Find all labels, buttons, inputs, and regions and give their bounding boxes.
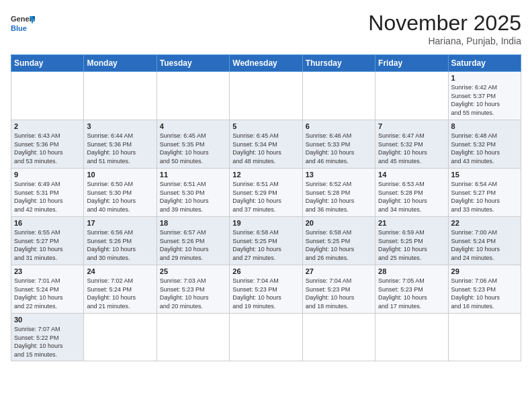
day-info: Sunrise: 6:57 AM Sunset: 5:26 PM Dayligh… [160, 228, 226, 262]
day-header-tuesday: Tuesday [157, 55, 229, 72]
calendar-cell: 16Sunrise: 6:55 AM Sunset: 5:27 PM Dayli… [11, 217, 84, 265]
day-number: 24 [87, 267, 153, 275]
day-info: Sunrise: 6:51 AM Sunset: 5:29 PM Dayligh… [232, 180, 299, 214]
day-number: 10 [87, 171, 153, 179]
calendar-cell [157, 72, 229, 120]
day-number: 12 [232, 171, 299, 179]
day-number: 27 [306, 267, 372, 275]
calendar-cell: 29Sunrise: 7:06 AM Sunset: 5:23 PM Dayli… [448, 265, 521, 314]
day-info: Sunrise: 7:06 AM Sunset: 5:23 PM Dayligh… [451, 277, 518, 310]
day-header-thursday: Thursday [302, 55, 375, 72]
day-info: Sunrise: 6:45 AM Sunset: 5:34 PM Dayligh… [232, 132, 299, 165]
calendar-cell [302, 72, 375, 120]
day-info: Sunrise: 6:44 AM Sunset: 5:36 PM Dayligh… [87, 132, 153, 165]
day-info: Sunrise: 6:48 AM Sunset: 5:32 PM Dayligh… [451, 132, 518, 165]
logo: General Blue [11, 11, 35, 35]
day-info: Sunrise: 6:53 AM Sunset: 5:28 PM Dayligh… [378, 180, 445, 214]
calendar-cell: 1Sunrise: 6:42 AM Sunset: 5:37 PM Daylig… [448, 72, 521, 120]
calendar-cell: 20Sunrise: 6:58 AM Sunset: 5:25 PM Dayli… [302, 217, 375, 265]
calendar-cell: 28Sunrise: 7:05 AM Sunset: 5:23 PM Dayli… [375, 265, 448, 314]
logo-icon: General Blue [11, 11, 35, 35]
day-number: 8 [451, 122, 518, 130]
day-header-friday: Friday [375, 55, 448, 72]
day-info: Sunrise: 6:47 AM Sunset: 5:32 PM Dayligh… [378, 132, 445, 165]
day-number: 1 [451, 74, 518, 82]
day-number: 5 [232, 122, 299, 130]
calendar-cell: 15Sunrise: 6:54 AM Sunset: 5:27 PM Dayli… [448, 169, 521, 217]
calendar-cell: 8Sunrise: 6:48 AM Sunset: 5:32 PM Daylig… [448, 120, 521, 169]
calendar-cell: 4Sunrise: 6:45 AM Sunset: 5:35 PM Daylig… [157, 120, 229, 169]
day-header-sunday: Sunday [11, 55, 84, 72]
day-number: 26 [232, 267, 299, 275]
calendar-cell: 18Sunrise: 6:57 AM Sunset: 5:26 PM Dayli… [157, 217, 229, 265]
day-number: 28 [378, 267, 445, 275]
day-info: Sunrise: 6:50 AM Sunset: 5:30 PM Dayligh… [87, 180, 153, 214]
day-info: Sunrise: 6:55 AM Sunset: 5:27 PM Dayligh… [14, 228, 81, 262]
day-info: Sunrise: 6:43 AM Sunset: 5:36 PM Dayligh… [14, 132, 81, 165]
calendar-cell: 23Sunrise: 7:01 AM Sunset: 5:24 PM Dayli… [11, 265, 84, 314]
day-number: 19 [232, 219, 299, 227]
calendar-cell: 26Sunrise: 7:04 AM Sunset: 5:23 PM Dayli… [230, 265, 302, 314]
day-number: 22 [451, 219, 518, 227]
calendar-cell: 30Sunrise: 7:07 AM Sunset: 5:22 PM Dayli… [11, 314, 84, 361]
day-info: Sunrise: 6:58 AM Sunset: 5:25 PM Dayligh… [232, 228, 299, 262]
day-info: Sunrise: 7:05 AM Sunset: 5:23 PM Dayligh… [378, 277, 445, 310]
calendar-cell: 13Sunrise: 6:52 AM Sunset: 5:28 PM Dayli… [302, 169, 375, 217]
day-number: 29 [451, 267, 518, 275]
day-number: 3 [87, 122, 153, 130]
day-header-wednesday: Wednesday [230, 55, 302, 72]
day-info: Sunrise: 7:03 AM Sunset: 5:23 PM Dayligh… [160, 277, 226, 310]
calendar-cell [230, 72, 302, 120]
calendar-cell: 10Sunrise: 6:50 AM Sunset: 5:30 PM Dayli… [84, 169, 157, 217]
day-header-monday: Monday [84, 55, 157, 72]
day-number: 18 [160, 219, 226, 227]
page-header: General Blue November 2025 Hariana, Punj… [11, 11, 521, 46]
day-number: 21 [378, 219, 445, 227]
day-number: 4 [160, 122, 226, 130]
day-number: 11 [160, 171, 226, 179]
location: Hariana, Punjab, India [368, 36, 521, 46]
calendar-table: SundayMondayTuesdayWednesdayThursdayFrid… [11, 54, 521, 361]
title-block: November 2025 Hariana, Punjab, India [368, 11, 521, 46]
calendar-cell: 27Sunrise: 7:04 AM Sunset: 5:23 PM Dayli… [302, 265, 375, 314]
calendar-cell: 22Sunrise: 7:00 AM Sunset: 5:24 PM Dayli… [448, 217, 521, 265]
day-number: 15 [451, 171, 518, 179]
calendar-cell: 19Sunrise: 6:58 AM Sunset: 5:25 PM Dayli… [230, 217, 302, 265]
day-number: 16 [14, 219, 81, 227]
day-number: 17 [87, 219, 153, 227]
day-info: Sunrise: 7:00 AM Sunset: 5:24 PM Dayligh… [451, 228, 518, 262]
calendar-cell [302, 314, 375, 361]
calendar-cell: 9Sunrise: 6:49 AM Sunset: 5:31 PM Daylig… [11, 169, 84, 217]
day-info: Sunrise: 6:45 AM Sunset: 5:35 PM Dayligh… [160, 132, 226, 165]
calendar-cell: 6Sunrise: 6:46 AM Sunset: 5:33 PM Daylig… [302, 120, 375, 169]
calendar-cell: 25Sunrise: 7:03 AM Sunset: 5:23 PM Dayli… [157, 265, 229, 314]
month-title: November 2025 [368, 11, 521, 36]
day-info: Sunrise: 7:01 AM Sunset: 5:24 PM Dayligh… [14, 277, 81, 310]
day-info: Sunrise: 6:59 AM Sunset: 5:25 PM Dayligh… [378, 228, 445, 262]
calendar-cell: 11Sunrise: 6:51 AM Sunset: 5:30 PM Dayli… [157, 169, 229, 217]
day-info: Sunrise: 6:42 AM Sunset: 5:37 PM Dayligh… [451, 83, 518, 117]
day-number: 2 [14, 122, 81, 130]
day-header-saturday: Saturday [448, 55, 521, 72]
days-header-row: SundayMondayTuesdayWednesdayThursdayFrid… [11, 55, 521, 72]
day-info: Sunrise: 6:49 AM Sunset: 5:31 PM Dayligh… [14, 180, 81, 214]
day-info: Sunrise: 7:04 AM Sunset: 5:23 PM Dayligh… [306, 277, 372, 310]
day-number: 14 [378, 171, 445, 179]
calendar-cell [11, 72, 84, 120]
calendar-cell: 2Sunrise: 6:43 AM Sunset: 5:36 PM Daylig… [11, 120, 84, 169]
calendar-cell: 24Sunrise: 7:02 AM Sunset: 5:24 PM Dayli… [84, 265, 157, 314]
calendar-cell [84, 314, 157, 361]
day-number: 25 [160, 267, 226, 275]
day-number: 13 [306, 171, 372, 179]
calendar-cell: 21Sunrise: 6:59 AM Sunset: 5:25 PM Dayli… [375, 217, 448, 265]
day-info: Sunrise: 7:02 AM Sunset: 5:24 PM Dayligh… [87, 277, 153, 310]
day-number: 7 [378, 122, 445, 130]
day-info: Sunrise: 6:58 AM Sunset: 5:25 PM Dayligh… [306, 228, 372, 262]
calendar-cell: 14Sunrise: 6:53 AM Sunset: 5:28 PM Dayli… [375, 169, 448, 217]
day-info: Sunrise: 6:46 AM Sunset: 5:33 PM Dayligh… [306, 132, 372, 165]
day-number: 9 [14, 171, 81, 179]
calendar-cell: 5Sunrise: 6:45 AM Sunset: 5:34 PM Daylig… [230, 120, 302, 169]
day-info: Sunrise: 6:56 AM Sunset: 5:26 PM Dayligh… [87, 228, 153, 262]
day-number: 20 [306, 219, 372, 227]
day-info: Sunrise: 6:52 AM Sunset: 5:28 PM Dayligh… [306, 180, 372, 214]
